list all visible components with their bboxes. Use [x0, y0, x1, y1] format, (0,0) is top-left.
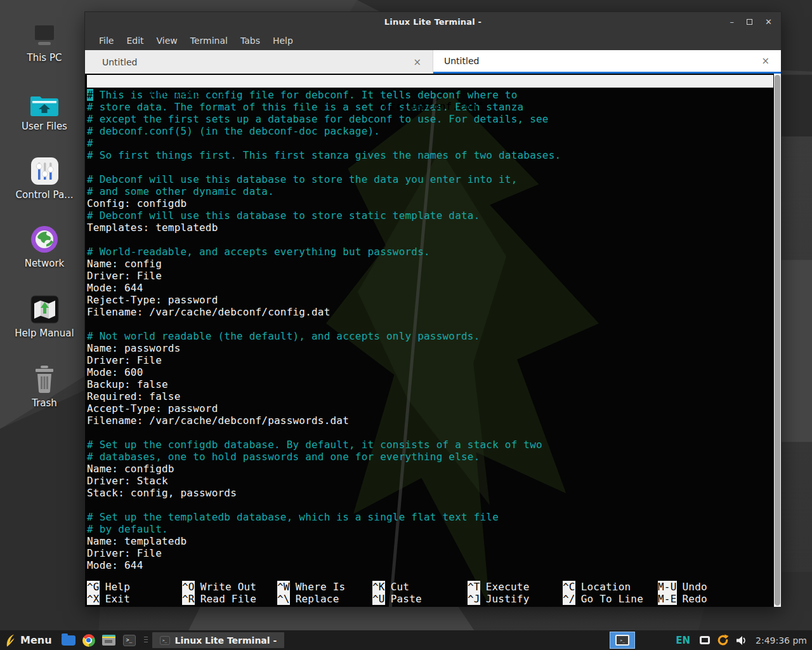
taskbar: Menu >_ >_ Linux Lite Terminal - >_ EN 2… — [0, 630, 812, 650]
desktop-icon-control-panel[interactable]: Control Pa... — [9, 154, 80, 201]
terminal-line: Name: configdb — [87, 463, 774, 475]
desktop-icon-trash[interactable]: Trash — [9, 362, 80, 409]
shortcut-key: M-U — [658, 581, 677, 593]
desktop-icon-this-pc[interactable]: This PC — [9, 17, 80, 63]
shortcut-label: Execute — [486, 581, 530, 593]
nano-shortcut[interactable]: ^UPaste — [372, 593, 468, 605]
menu-item[interactable]: Help — [266, 36, 299, 46]
scrollbar-thumb[interactable] — [775, 75, 780, 606]
close-button[interactable]: ✕ — [765, 18, 772, 26]
chrome-launcher[interactable] — [81, 633, 96, 648]
nano-shortcut[interactable]: ^XExit — [87, 593, 182, 605]
file-manager-launcher[interactable] — [61, 633, 76, 648]
desktop-icon-label: Network — [9, 258, 80, 269]
tray-active-window-button[interactable]: >_ — [610, 632, 635, 649]
linux-lite-logo-icon — [5, 633, 16, 647]
nano-editor: GNU nano 7.2 /etc/debconf.conf # This is… — [85, 74, 774, 607]
terminal-scrollbar[interactable] — [774, 74, 781, 607]
nano-shortcut[interactable]: M-UUndo — [658, 581, 707, 593]
terminal-line: Name: templatedb — [87, 535, 774, 547]
archive-launcher[interactable] — [102, 633, 117, 648]
shortcut-key: ^G — [87, 581, 100, 593]
nano-shortcut[interactable]: ^JJustify — [468, 593, 563, 605]
maximize-button[interactable] — [747, 19, 752, 25]
menu-item[interactable]: Terminal — [184, 36, 234, 46]
terminal-line: Backup: false — [87, 378, 774, 390]
clock[interactable]: 2:49:36 pm — [756, 635, 807, 646]
shortcut-label: Replace — [296, 593, 339, 605]
task-button-terminal[interactable]: >_ Linux Lite Terminal - — [152, 632, 285, 648]
terminal-line: # except the first sets up a database fo… — [87, 113, 774, 125]
terminal-view[interactable]: GNU nano 7.2 /etc/debconf.conf # This is… — [85, 74, 781, 607]
tab-close-icon[interactable]: × — [413, 56, 421, 68]
volume-icon[interactable] — [735, 635, 747, 646]
folder-home-icon — [9, 85, 80, 117]
tab-untitled-2[interactable]: Untitled × — [433, 50, 781, 74]
terminal-launcher[interactable]: >_ — [122, 633, 137, 648]
terminal-icon: >_ — [123, 635, 136, 646]
nano-shortcut[interactable]: ^RRead File — [182, 593, 277, 605]
terminal-line — [87, 318, 774, 330]
shortcut-key: ^\ — [277, 593, 290, 605]
menu-item[interactable]: Tabs — [234, 36, 266, 46]
titlebar[interactable]: Linux Lite Terminal - – ✕ — [85, 12, 781, 31]
nano-titlebar: GNU nano 7.2 /etc/debconf.conf — [87, 75, 773, 88]
shortcut-label: Undo — [683, 581, 707, 593]
terminal-line: Driver: File — [87, 547, 774, 559]
shortcut-key: M-E — [658, 593, 677, 605]
shortcut-key: ^C — [563, 581, 575, 593]
tab-close-icon[interactable]: × — [761, 55, 769, 67]
taskbar-separator — [144, 637, 148, 644]
shortcut-label: Paste — [391, 593, 422, 605]
nano-shortcut[interactable]: ^\Replace — [277, 593, 372, 605]
window-title: Linux Lite Terminal - — [384, 17, 481, 27]
shortcut-key: ^R — [182, 593, 195, 605]
shortcut-key: ^W — [277, 581, 290, 593]
shortcut-key: ^T — [468, 581, 480, 593]
terminal-line: Filename: /var/cache/debconf/config.dat — [87, 306, 774, 318]
terminal-line — [87, 427, 774, 439]
desktop-icon-user-files[interactable]: User Files — [9, 85, 80, 132]
nano-shortcut[interactable]: ^TExecute — [468, 581, 563, 593]
computer-icon — [9, 17, 80, 48]
nano-shortcuts: ^GHelp^OWrite Out^WWhere Is^KCut^TExecut… — [87, 581, 774, 605]
terminal-icon: >_ — [615, 635, 629, 646]
terminal-line: # and some other dynamic data. — [87, 185, 774, 197]
desktop-icon-network[interactable]: Network — [9, 222, 80, 269]
start-menu-label: Menu — [20, 634, 52, 646]
shortcut-row-2: ^XExit^RRead File^\Replace^UPaste^JJusti… — [87, 593, 774, 605]
shortcut-label: Where Is — [296, 581, 346, 593]
nano-shortcut[interactable]: ^KCut — [372, 581, 468, 593]
terminal-line: Driver: Stack — [87, 475, 774, 487]
menu-item[interactable]: File — [93, 36, 120, 46]
update-notifier-icon[interactable] — [717, 634, 729, 646]
desktop-icon-help-manual[interactable]: Help Manual — [9, 292, 80, 339]
terminal-line: Driver: File — [87, 270, 774, 282]
menu-item[interactable]: View — [150, 36, 184, 46]
shortcut-row-1: ^GHelp^OWrite Out^WWhere Is^KCut^TExecut… — [87, 581, 774, 593]
terminal-line — [87, 499, 774, 511]
start-menu-button[interactable]: Menu — [5, 633, 52, 647]
nano-shortcut[interactable]: ^/Go To Line — [563, 593, 658, 605]
chrome-icon — [82, 634, 95, 647]
shortcut-key: ^K — [372, 581, 385, 593]
nano-shortcut[interactable]: ^CLocation — [563, 581, 658, 593]
menubar: FileEditViewTerminalTabsHelp — [85, 31, 781, 50]
nano-shortcut[interactable]: M-ERedo — [658, 593, 707, 605]
nano-shortcut[interactable]: ^OWrite Out — [182, 581, 277, 593]
tab-untitled-1[interactable]: Untitled × — [85, 50, 433, 74]
nano-shortcut[interactable]: ^GHelp — [87, 581, 182, 593]
keyboard-layout-indicator[interactable]: EN — [676, 635, 690, 646]
terminal-line: Mode: 644 — [87, 282, 774, 294]
window-outline-tray-icon[interactable] — [700, 636, 710, 644]
terminal-line: # Not world readable (the default), and … — [87, 330, 774, 342]
shortcut-label: Exit — [105, 593, 130, 605]
nano-shortcut[interactable]: ^WWhere Is — [277, 581, 372, 593]
shortcut-key: ^/ — [563, 593, 575, 605]
control-panel-icon — [9, 154, 80, 185]
desktop-icon-label: Trash — [9, 397, 80, 409]
terminal-window: Linux Lite Terminal - – ✕ FileEditViewTe… — [84, 11, 782, 606]
menu-item[interactable]: Edit — [120, 36, 150, 46]
minimize-button[interactable]: – — [730, 18, 735, 26]
terminal-line: # Debconf will use this database to stor… — [87, 209, 774, 222]
